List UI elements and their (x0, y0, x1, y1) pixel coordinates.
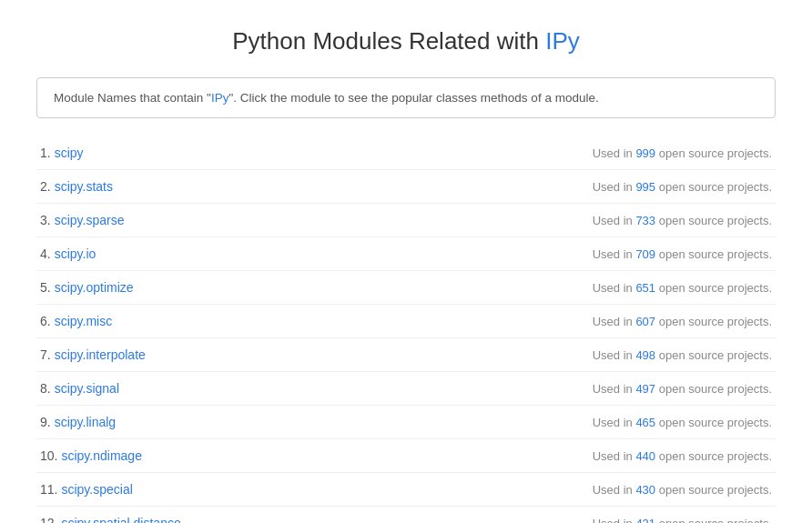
list-item: 8.scipy.signalUsed in 497 open source pr… (36, 372, 776, 406)
list-item: 7.scipy.interpolateUsed in 498 open sour… (36, 338, 776, 372)
module-rank: 6. (40, 314, 51, 328)
module-link[interactable]: scipy.signal (55, 381, 119, 396)
module-rank: 4. (40, 246, 51, 261)
module-left: 2.scipy.stats (40, 179, 113, 194)
module-rank: 10. (40, 448, 57, 463)
module-rank: 2. (40, 179, 51, 194)
usage-count: 421 (635, 517, 655, 524)
module-rank: 9. (40, 415, 51, 429)
module-rank: 1. (40, 146, 51, 160)
module-usage: Used in 709 open source projects. (593, 247, 772, 261)
usage-count: 440 (635, 449, 655, 463)
module-left: 11.scipy.special (40, 482, 133, 497)
module-usage: Used in 421 open source projects. (593, 517, 772, 524)
module-list: 1.scipyUsed in 999 open source projects.… (36, 136, 776, 523)
module-usage: Used in 430 open source projects. (593, 483, 772, 497)
usage-count: 999 (635, 146, 655, 160)
module-rank: 12. (40, 516, 57, 523)
usage-count: 497 (635, 382, 655, 396)
module-left: 10.scipy.ndimage (40, 448, 142, 463)
module-link[interactable]: scipy.linalg (55, 415, 116, 429)
module-link[interactable]: scipy.io (55, 246, 96, 261)
module-usage: Used in 999 open source projects. (593, 146, 772, 160)
module-rank: 7. (40, 347, 51, 362)
list-item: 10.scipy.ndimageUsed in 440 open source … (36, 439, 776, 473)
list-item: 4.scipy.ioUsed in 709 open source projec… (36, 237, 776, 271)
module-left: 9.scipy.linalg (40, 415, 116, 429)
module-usage: Used in 733 open source projects. (593, 214, 772, 227)
module-usage: Used in 440 open source projects. (593, 449, 772, 463)
usage-count: 430 (635, 483, 655, 497)
list-item: 2.scipy.statsUsed in 995 open source pro… (36, 170, 776, 204)
usage-count: 465 (635, 416, 655, 429)
module-rank: 5. (40, 280, 51, 295)
module-link[interactable]: scipy.interpolate (55, 347, 146, 362)
module-left: 4.scipy.io (40, 246, 96, 261)
module-link[interactable]: scipy.stats (55, 179, 113, 194)
list-item: 9.scipy.linalgUsed in 465 open source pr… (36, 406, 776, 439)
list-item: 5.scipy.optimizeUsed in 651 open source … (36, 271, 776, 305)
list-item: 1.scipyUsed in 999 open source projects. (36, 136, 776, 170)
module-left: 3.scipy.sparse (40, 213, 124, 227)
module-left: 12.scipy.spatial.distance (40, 516, 181, 523)
usage-count: 709 (635, 247, 655, 261)
module-left: 8.scipy.signal (40, 381, 119, 396)
module-left: 5.scipy.optimize (40, 280, 134, 295)
module-left: 1.scipy (40, 146, 84, 160)
module-rank: 3. (40, 213, 51, 227)
module-usage: Used in 498 open source projects. (593, 348, 772, 362)
module-usage: Used in 607 open source projects. (593, 315, 772, 328)
module-link[interactable]: scipy.optimize (55, 280, 134, 295)
module-link[interactable]: scipy.special (61, 482, 132, 497)
info-box: Module Names that contain "IPy". Click t… (36, 77, 776, 118)
usage-count: 995 (635, 180, 655, 194)
module-left: 7.scipy.interpolate (40, 347, 146, 362)
module-usage: Used in 651 open source projects. (593, 281, 772, 295)
module-link[interactable]: scipy (55, 146, 84, 160)
usage-count: 733 (635, 214, 655, 227)
module-rank: 11. (40, 482, 57, 497)
usage-count: 607 (635, 315, 655, 328)
usage-count: 651 (635, 281, 655, 295)
page-wrapper: Python Modules Related with IPy Module N… (0, 0, 812, 523)
module-link[interactable]: scipy.misc (55, 314, 113, 328)
list-item: 6.scipy.miscUsed in 607 open source proj… (36, 305, 776, 338)
usage-count: 498 (635, 348, 655, 362)
list-item: 12.scipy.spatial.distanceUsed in 421 ope… (36, 507, 776, 523)
module-link[interactable]: scipy.spatial.distance (61, 516, 180, 523)
module-usage: Used in 995 open source projects. (593, 180, 772, 194)
page-title: Python Modules Related with IPy (36, 27, 776, 55)
list-item: 3.scipy.sparseUsed in 733 open source pr… (36, 204, 776, 237)
module-link[interactable]: scipy.sparse (55, 213, 125, 227)
module-left: 6.scipy.misc (40, 314, 112, 328)
module-link[interactable]: scipy.ndimage (61, 448, 141, 463)
list-item: 11.scipy.specialUsed in 430 open source … (36, 473, 776, 507)
module-rank: 8. (40, 381, 51, 396)
module-usage: Used in 497 open source projects. (593, 382, 772, 396)
module-usage: Used in 465 open source projects. (593, 416, 772, 429)
